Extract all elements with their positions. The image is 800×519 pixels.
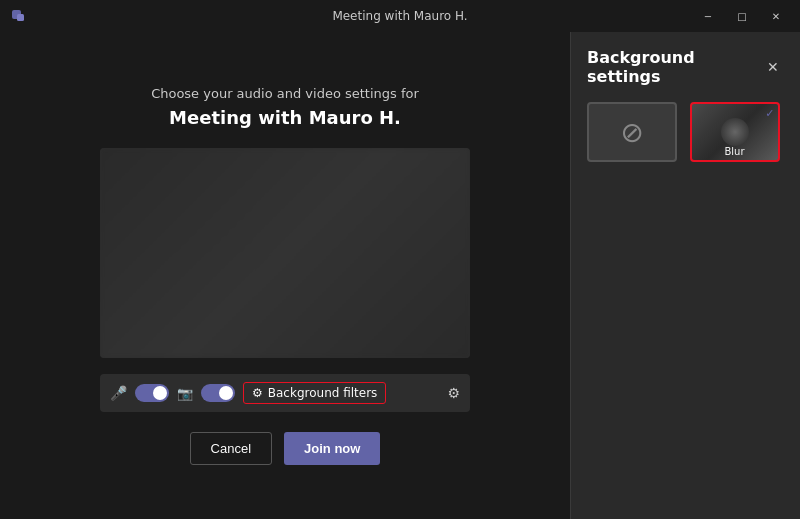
bg-option-none[interactable]: ⊘ <box>587 102 677 162</box>
blur-preview-circle <box>721 118 749 146</box>
no-background-icon: ⊘ <box>620 116 643 149</box>
teams-logo <box>8 6 28 26</box>
meeting-subtitle: Choose your audio and video settings for <box>151 86 419 101</box>
microphone-icon[interactable]: 🎤 <box>110 385 127 401</box>
close-window-button[interactable]: ✕ <box>760 6 792 26</box>
bg-panel-title: Background settings <box>587 48 762 86</box>
main-content: Choose your audio and video settings for… <box>0 32 800 519</box>
svg-rect-1 <box>17 14 24 21</box>
minimize-button[interactable]: − <box>692 6 724 26</box>
window-title: Meeting with Mauro H. <box>332 9 467 23</box>
camera-toggle[interactable] <box>201 384 235 402</box>
background-filters-icon: ⚙️ <box>252 386 263 400</box>
bg-panel-close-button[interactable]: ✕ <box>762 55 784 79</box>
background-filters-label: Background filters <box>268 386 378 400</box>
bg-options-grid: ⊘ ✓ Blur <box>587 102 784 162</box>
bg-panel-header: Background settings ✕ <box>587 48 784 86</box>
settings-icon[interactable]: ⚙ <box>447 385 460 401</box>
meeting-panel: Choose your audio and video settings for… <box>0 32 570 519</box>
title-bar: Meeting with Mauro H. − □ ✕ <box>0 0 800 32</box>
blur-option-label: Blur <box>692 146 778 157</box>
cancel-button[interactable]: Cancel <box>190 432 272 465</box>
meeting-title: Meeting with Mauro H. <box>169 107 401 128</box>
bg-option-blur[interactable]: ✓ Blur <box>690 102 780 162</box>
camera-icon[interactable]: 📷 <box>177 386 193 401</box>
title-bar-left <box>8 6 28 26</box>
action-buttons: Cancel Join now <box>190 432 381 465</box>
microphone-toggle-knob <box>153 386 167 400</box>
selected-checkmark-icon: ✓ <box>765 107 774 120</box>
background-filters-button[interactable]: ⚙️ Background filters <box>243 382 386 404</box>
camera-toggle-knob <box>219 386 233 400</box>
background-settings-panel: Background settings ✕ ⊘ ✓ Blur <box>570 32 800 519</box>
join-button[interactable]: Join now <box>284 432 380 465</box>
controls-bar: 🎤 📷 ⚙️ Background filters ⚙ <box>100 374 470 412</box>
maximize-button[interactable]: □ <box>726 6 758 26</box>
video-preview <box>100 148 470 358</box>
microphone-toggle[interactable] <box>135 384 169 402</box>
video-preview-inner <box>100 148 470 358</box>
title-bar-controls: − □ ✕ <box>692 6 792 26</box>
